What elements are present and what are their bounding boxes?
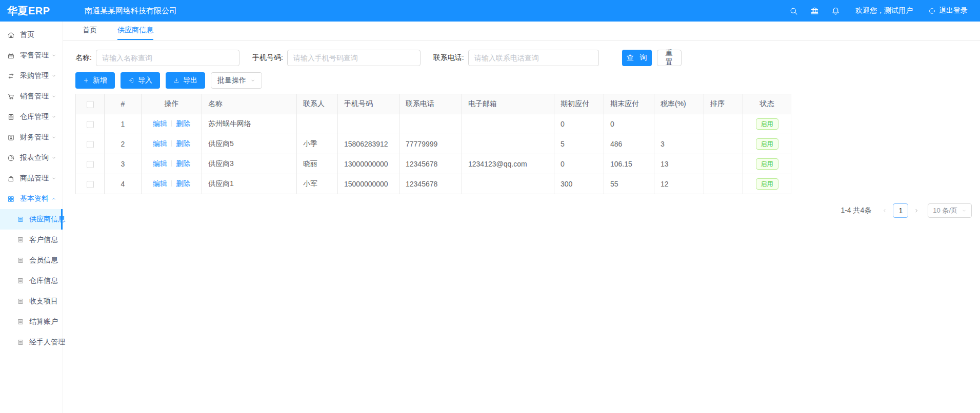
sidebar-item-finance[interactable]: 财务管理 [0,127,63,148]
cell-actions: 编辑删除 [142,114,202,134]
chevron-down-icon [51,155,56,160]
plus-icon [83,77,89,84]
search-icon[interactable] [789,7,798,15]
pagination-total: 1-4 共4条 [841,206,871,215]
tel-search-input[interactable] [468,50,599,66]
row-checkbox[interactable] [87,181,94,188]
list-doc-icon [17,318,24,325]
cell-index: 4 [105,174,142,194]
delete-link[interactable]: 删除 [176,119,190,128]
cell-email [462,174,554,194]
batch-actions-dropdown[interactable]: 批量操作 [211,72,262,89]
sidebar-item-purchase[interactable]: 采购管理 [0,66,63,86]
cell-status: 启用 [743,114,791,134]
chevron-up-icon [51,196,56,201]
sidebar-item-customer-info[interactable]: 客户信息 [0,230,63,250]
next-page-button[interactable] [910,203,923,218]
cell-phone: 15806283912 [338,134,399,154]
phone-search-group: 手机号码: [252,50,421,66]
app-logo[interactable]: 华夏ERP [0,4,63,18]
chevron-down-icon [51,53,56,58]
column-phone: 手机号码 [338,94,399,114]
cell-phone: 13000000000 [338,154,399,174]
name-search-group: 名称: [75,50,239,66]
row-checkbox[interactable] [87,141,94,148]
sidebar-item-sales[interactable]: 销售管理 [0,86,63,107]
chevron-down-icon [51,176,56,181]
tel-search-group: 联系电话: [433,50,599,66]
import-button[interactable]: 导入 [121,72,160,89]
cell-sort [704,154,743,174]
tab-home[interactable]: 首页 [83,22,97,40]
cell-contact: 小季 [297,134,338,154]
name-search-input[interactable] [96,50,239,66]
action-divider [171,160,172,167]
cell-phone: 15000000000 [338,174,399,194]
edit-link[interactable]: 编辑 [153,139,167,148]
add-button[interactable]: 新增 [75,72,115,89]
edit-link[interactable]: 编辑 [153,119,167,128]
table-header-row: # 操作 名称 联系人 手机号码 联系电话 电子邮箱 期初应付 期末应付 税率(… [76,94,791,114]
grid-icon [7,195,15,203]
sidebar-item-goods[interactable]: 商品管理 [0,168,63,189]
cell-contact: 晓丽 [297,154,338,174]
cell-name: 供应商3 [202,154,297,174]
cell-tel [399,114,462,134]
column-end-payable: 期末应付 [604,94,654,114]
action-divider [171,140,172,147]
query-button[interactable]: 查 询 [622,50,652,66]
delete-link[interactable]: 删除 [176,159,190,168]
sidebar-item-handler-management[interactable]: 经手人管理 [0,332,63,353]
cell-status: 启用 [743,154,791,174]
cell-name: 苏州蜗牛网络 [202,114,297,134]
cell-status: 启用 [743,174,791,194]
gift-icon [7,52,15,59]
column-tax-rate: 税率(%) [654,94,704,114]
select-all-checkbox[interactable] [87,101,94,108]
sidebar-item-income-expense[interactable]: 收支项目 [0,291,63,312]
cell-end-payable: 106.15 [604,154,654,174]
page-size-value: 10 条/页 [933,206,957,215]
phone-search-input[interactable] [287,50,421,66]
chevron-down-icon [51,94,56,99]
export-button[interactable]: 导出 [166,72,205,89]
reset-button[interactable]: 重 置 [657,50,682,66]
logout-button[interactable]: 退出登录 [928,6,968,15]
cell-tax-rate: 12 [654,174,704,194]
bank-icon[interactable] [810,7,819,15]
top-header: 华夏ERP 南通某某网络科技有限公司 欢迎您，测试用户 退出登录 [0,0,980,22]
list-doc-icon [17,277,24,284]
bell-icon[interactable] [831,7,840,15]
edit-link[interactable]: 编辑 [153,179,167,188]
logout-label: 退出登录 [939,6,968,15]
sidebar-item-settlement-account[interactable]: 结算账户 [0,312,63,332]
sidebar-item-warehouse-info[interactable]: 仓库信息 [0,271,63,291]
cell-status: 启用 [743,134,791,154]
delete-link[interactable]: 删除 [176,179,190,188]
sidebar-item-retail[interactable]: 零售管理 [0,45,63,66]
sidebar-item-home[interactable]: 首页 [0,25,63,45]
sidebar-item-basedata[interactable]: 基本资料 [0,189,63,209]
name-label: 名称: [75,53,92,63]
sidebar-item-supplier-info[interactable]: 供应商信息 [0,209,63,230]
page-size-select[interactable]: 10 条/页 [928,203,972,218]
edit-link[interactable]: 编辑 [153,159,167,168]
sidebar-item-reports[interactable]: 报表查询 [0,148,63,168]
welcome-text: 欢迎您，测试用户 [855,6,913,15]
prev-page-button[interactable] [878,203,891,218]
current-page-button[interactable]: 1 [893,203,908,218]
column-begin-payable: 期初应付 [554,94,604,114]
cell-end-payable: 0 [604,114,654,134]
row-checkbox[interactable] [87,161,94,168]
tab-supplier-info[interactable]: 供应商信息 [117,22,153,40]
download-icon [173,77,179,84]
cell-tax-rate [654,114,704,134]
sidebar-item-warehouse[interactable]: 仓库管理 [0,107,63,127]
sidebar-item-member-info[interactable]: 会员信息 [0,250,63,271]
cell-name: 供应商1 [202,174,297,194]
company-name: 南通某某网络科技有限公司 [85,6,177,16]
cell-tax-rate: 3 [654,134,704,154]
delete-link[interactable]: 删除 [176,139,190,148]
column-tel: 联系电话 [399,94,462,114]
row-checkbox[interactable] [87,121,94,128]
